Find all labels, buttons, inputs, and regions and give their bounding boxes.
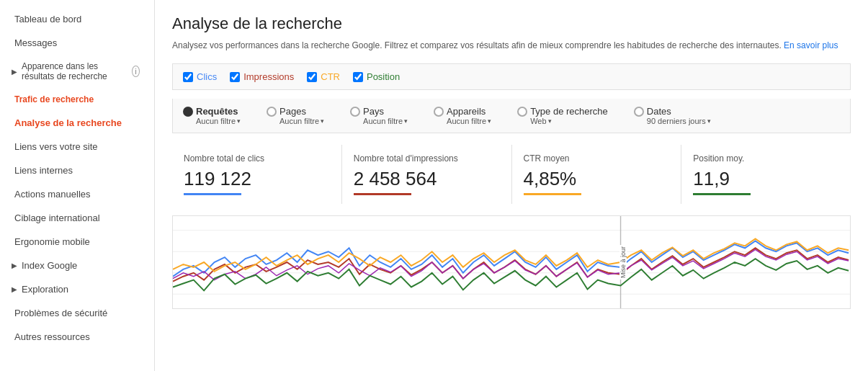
learn-more-link[interactable]: En savoir plus [784, 40, 838, 50]
checkbox-clics[interactable]: Clics [183, 71, 217, 82]
sidebar-item-actions-manuelles[interactable]: Actions manuelles [0, 182, 154, 206]
sidebar-item-autres[interactable]: Autres ressources [0, 325, 154, 349]
sidebar-item-index-google[interactable]: ▶ Index Google [0, 254, 154, 277]
stat-bar-ctr [524, 193, 581, 195]
stat-bar-clics [184, 193, 241, 195]
chevron-right-icon-3: ▶ [12, 285, 17, 293]
divider-label: Mise à jour [619, 216, 627, 308]
radio-requetes[interactable] [183, 107, 193, 117]
stat-bar-position [693, 193, 751, 195]
radio-type-recherche[interactable] [517, 107, 527, 117]
filter-dates[interactable]: Dates 90 derniers jours ▾ [634, 106, 711, 125]
sidebar-item-ergonomie[interactable]: Ergonomie mobile [0, 230, 154, 254]
checkboxes-row: Clics Impressions CTR Position [172, 63, 851, 90]
stat-ctr: CTR moyen 4,85% [512, 145, 682, 204]
dropdown-arrow-requetes: ▾ [237, 117, 241, 125]
sidebar-item-ciblage[interactable]: Ciblage international [0, 206, 154, 230]
sidebar-item-problemes[interactable]: Problèmes de sécurité [0, 301, 154, 325]
filter-row: Requêtes Aucun filtre ▾ Pages Aucun filt… [172, 99, 851, 133]
filter-pages[interactable]: Pages Aucun filtre ▾ [267, 106, 324, 125]
stat-bar-impressions [354, 193, 411, 195]
stat-position: Position moy. 11,9 [681, 145, 851, 204]
stats-row: Nombre total de clics 119 122 Nombre tot… [172, 145, 851, 204]
sidebar-item-apparence[interactable]: ▶ Apparence dans les résultats de recher… [0, 55, 154, 88]
sidebar-item-liens-internes[interactable]: Liens internes [0, 158, 154, 182]
radio-dates[interactable] [634, 107, 644, 117]
chevron-right-icon: ▶ [12, 68, 17, 76]
page-title: Analyse de la recherche [172, 14, 851, 33]
stat-clics: Nombre total de clics 119 122 [172, 145, 342, 204]
filter-appareils[interactable]: Appareils Aucun filtre ▾ [434, 106, 491, 125]
main-content: Analyse de la recherche Analysez vos per… [155, 0, 868, 371]
dropdown-arrow-dates: ▾ [707, 117, 711, 125]
checkbox-ctr[interactable]: CTR [307, 71, 340, 82]
sidebar-item-messages[interactable]: Messages [0, 31, 154, 55]
radio-pays[interactable] [350, 107, 360, 117]
page-description: Analysez vos performances dans la recher… [172, 39, 851, 52]
stat-impressions: Nombre total d'impressions 2 458 564 [342, 145, 512, 204]
dropdown-arrow-appareils: ▾ [488, 117, 491, 125]
chevron-right-icon-2: ▶ [12, 262, 17, 269]
dropdown-arrow-pays: ▾ [404, 117, 408, 125]
dropdown-arrow-type: ▾ [548, 117, 552, 125]
chart-wrapper: Mise à jour [172, 215, 851, 309]
radio-pages[interactable] [267, 107, 277, 117]
sidebar: Tableau de bord Messages ▶ Apparence dan… [0, 0, 155, 371]
chart-container: Mise à jour [172, 215, 851, 309]
filter-type-recherche[interactable]: Type de recherche Web ▾ [517, 106, 608, 125]
sidebar-item-analyse[interactable]: Analyse de la recherche [0, 111, 154, 135]
filter-requetes[interactable]: Requêtes Aucun filtre ▾ [183, 106, 241, 125]
chart-svg [173, 216, 850, 308]
checkbox-impressions[interactable]: Impressions [230, 71, 294, 82]
filter-pays[interactable]: Pays Aucun filtre ▾ [350, 106, 408, 125]
sidebar-section-trafic: Trafic de recherche [0, 88, 154, 111]
sidebar-item-liens-vers[interactable]: Liens vers votre site [0, 135, 154, 158]
info-icon[interactable]: i [132, 66, 140, 77]
sidebar-item-tableau-de-bord[interactable]: Tableau de bord [0, 7, 154, 31]
checkbox-position[interactable]: Position [353, 71, 400, 82]
dropdown-arrow-pages: ▾ [321, 117, 324, 125]
sidebar-item-exploration[interactable]: ▶ Exploration [0, 277, 154, 301]
radio-appareils[interactable] [434, 107, 444, 117]
